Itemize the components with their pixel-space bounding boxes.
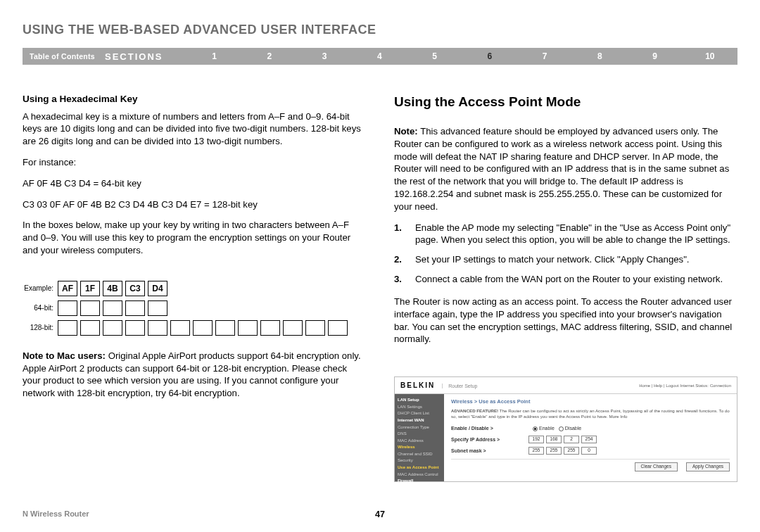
hex-input-cell[interactable]	[125, 320, 145, 336]
side-item[interactable]: DNS	[398, 431, 441, 438]
mask-label: Subnet mask >	[451, 448, 528, 454]
example-row-label: Example:	[23, 284, 58, 293]
nav-section-1[interactable]: 1	[186, 51, 241, 62]
hex-cell: 1F	[80, 281, 100, 296]
step-row: 3. Connect a cable from the WAN port on …	[394, 273, 737, 286]
hex-input-cell[interactable]	[260, 320, 280, 336]
hex-64bit-row: 64-bit:	[23, 300, 366, 316]
side-item[interactable]: Connection Type	[398, 424, 441, 431]
hex-input-cell[interactable]	[238, 320, 258, 336]
hex-input-cell[interactable]	[283, 320, 303, 336]
hex-example-row: Example: AF 1F 4B C3 D4	[23, 281, 366, 296]
ip-octet-input[interactable]: 168	[546, 436, 562, 443]
side-item[interactable]: Security	[398, 457, 441, 464]
ap-note-paragraph: Note: This advanced feature should be em…	[394, 125, 737, 213]
mask-octet-input[interactable]: 0	[581, 447, 597, 455]
router-button-row: Clear Changes Apply Changes	[451, 459, 730, 471]
radio-enable[interactable]	[533, 426, 538, 431]
side-item[interactable]: Channel and SSID	[398, 451, 441, 458]
router-brand-logo: BELKIN	[400, 381, 435, 389]
hex-input-cell[interactable]	[80, 300, 100, 316]
side-item-ap-active[interactable]: Use as Access Point	[398, 464, 441, 471]
page-main-title: USING THE WEB-BASED ADVANCED USER INTERF…	[23, 21, 737, 38]
nav-section-8[interactable]: 8	[572, 51, 627, 62]
router-body: LAN Setup LAN Settings DHCP Client List …	[395, 394, 737, 481]
side-wan-head: Internet WAN	[398, 417, 441, 424]
side-item[interactable]: MAC Address	[398, 438, 441, 445]
nav-section-9[interactable]: 9	[627, 51, 682, 62]
hex-input-cell[interactable]	[148, 300, 167, 316]
nav-section-2[interactable]: 2	[242, 51, 297, 62]
opt-disable: Disable	[565, 425, 581, 431]
example-128bit-key: C3 03 0F AF 0F 4B B2 C3 D4 4B C3 D4 E7 =…	[23, 198, 366, 211]
nav-section-3[interactable]: 3	[297, 51, 352, 62]
step-number: 2.	[394, 253, 415, 266]
router-top-links[interactable]: Home | Help | Logout Internet Status: Co…	[639, 383, 731, 388]
nav-section-4[interactable]: 4	[352, 51, 407, 62]
footer-page-number: 47	[375, 509, 385, 521]
router-admin-screenshot: BELKIN Router Setup Home | Help | Logout…	[394, 376, 737, 482]
enable-disable-row: Enable / Disable > Enable Disable	[451, 425, 730, 431]
hex-input-cell[interactable]	[215, 320, 235, 336]
clear-changes-button[interactable]: Clear Changes	[635, 462, 678, 471]
hex-input-cell[interactable]	[193, 320, 213, 336]
nav-section-7[interactable]: 7	[517, 51, 572, 62]
step-text: Enable the AP mode my selecting "Enable"…	[415, 222, 737, 247]
router-setup-label: Router Setup	[442, 384, 477, 388]
hex-128bit-row: 128-bit:	[23, 320, 366, 336]
step-row: 2. Set your IP settings to match your ne…	[394, 253, 737, 266]
ip-address-row: Specify IP Address > 192 168 2 254	[451, 436, 730, 443]
router-adv-text: ADVANCED FEATURE! The Router can be conf…	[451, 408, 730, 419]
hex-input-cell[interactable]	[305, 320, 325, 336]
router-header: BELKIN Router Setup Home | Help | Logout…	[395, 377, 737, 394]
ip-octet-input[interactable]: 254	[581, 436, 597, 443]
hex-cell: D4	[148, 281, 167, 296]
ap-steps-list: 1. Enable the AP mode my selecting "Enab…	[394, 222, 737, 286]
hex-input-cell[interactable]	[170, 320, 190, 336]
router-main-panel: Wireless > Use as Access Point ADVANCED …	[444, 394, 737, 481]
enable-label: Enable / Disable >	[451, 425, 528, 431]
mask-octet-input[interactable]: 255	[528, 447, 544, 455]
hex-input-cell[interactable]	[103, 300, 122, 316]
hex-key-intro: A hexadecimal key is a mixture of number…	[23, 110, 366, 148]
router-breadcrumb: Wireless > Use as Access Point	[451, 398, 730, 405]
mac-note-bold: Note to Mac users:	[23, 350, 106, 361]
side-item[interactable]: MAC Address Control	[398, 471, 441, 479]
step-number: 3.	[394, 273, 415, 286]
row-128bit-label: 128-bit:	[23, 323, 58, 333]
router-sidebar: LAN Setup LAN Settings DHCP Client List …	[395, 394, 444, 481]
side-wireless-head: Wireless	[398, 444, 441, 451]
radio-disable[interactable]	[559, 426, 564, 431]
hex-key-instruction: In the boxes below, make up your key by …	[23, 219, 366, 256]
hex-input-cell[interactable]	[58, 320, 77, 336]
mask-octet-input[interactable]: 255	[564, 447, 579, 455]
hex-input-cell[interactable]	[148, 320, 167, 336]
ip-octet-input[interactable]: 192	[528, 436, 544, 443]
right-column: Using the Access Point Mode Note: This a…	[394, 93, 737, 482]
ip-label: Specify IP Address >	[451, 436, 528, 443]
hex-input-cell[interactable]	[328, 320, 348, 336]
mac-users-note: Note to Mac users: Original Apple AirPor…	[23, 350, 366, 400]
ip-octet-input[interactable]: 2	[564, 436, 579, 443]
nav-toc-link[interactable]: Table of Contents	[23, 51, 105, 61]
nav-section-6[interactable]: 6	[462, 51, 517, 62]
hex-input-cell[interactable]	[103, 320, 122, 336]
adv-feature-bold: ADVANCED FEATURE!	[451, 408, 498, 413]
nav-section-5[interactable]: 5	[407, 51, 462, 62]
side-item[interactable]: LAN Settings	[398, 404, 441, 411]
note-bold: Note:	[394, 126, 418, 137]
hex-input-cell[interactable]	[125, 300, 145, 316]
page-footer: N Wireless Router 47	[23, 509, 737, 519]
nav-section-10[interactable]: 10	[683, 51, 737, 62]
opt-enable: Enable	[539, 425, 555, 431]
left-column: Using a Hexadecimal Key A hexadecimal ke…	[23, 93, 366, 482]
mask-octet-input[interactable]: 255	[546, 447, 562, 455]
hex-input-cell[interactable]	[80, 320, 100, 336]
nav-sections-label: SECTIONS	[105, 51, 186, 63]
ap-after-paragraph: The Router is now acting as an access po…	[394, 296, 737, 346]
apply-changes-button[interactable]: Apply Changes	[686, 462, 730, 471]
hex-input-cell[interactable]	[58, 300, 77, 316]
step-text: Set your IP settings to match your netwo…	[415, 253, 737, 266]
side-firewall-head: Firewall	[398, 478, 441, 485]
side-item[interactable]: DHCP Client List	[398, 410, 441, 417]
